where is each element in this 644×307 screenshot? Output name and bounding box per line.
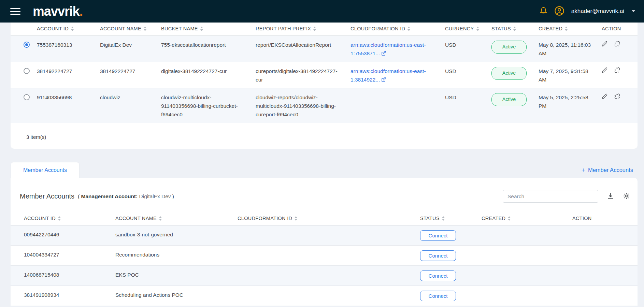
sort-icon (565, 27, 568, 31)
column-header-status[interactable]: STATUS (420, 212, 482, 225)
column-header-created[interactable]: CREATED (539, 23, 602, 36)
unlink-button[interactable] (614, 67, 620, 74)
tab-member-accounts[interactable]: Member Accounts (11, 162, 80, 178)
cell-cloudformation-id (238, 246, 420, 266)
status-badge: Active (491, 67, 527, 80)
unlink-icon (614, 69, 620, 74)
table-row: 009442270446 sandbox-3-not-governed Conn… (11, 225, 638, 246)
column-header-action: ACTION (572, 212, 638, 225)
column-header-cloudformation-id[interactable]: CLOUDFORMATION ID (350, 23, 445, 36)
sort-icon (508, 216, 511, 221)
external-link-icon (380, 50, 386, 56)
sort-icon (159, 216, 162, 221)
menu-icon[interactable] (10, 8, 20, 15)
unlink-button[interactable] (614, 41, 620, 48)
sort-icon (144, 27, 146, 31)
column-header-account-id[interactable]: ACCOUNT ID (11, 212, 115, 225)
user-email[interactable]: akhader@mavvrik.ai (571, 8, 624, 15)
cell-created: May 8, 2025, 11:16:03 AM (539, 36, 602, 62)
notifications-button[interactable] (540, 7, 547, 16)
table-header-row: ACCOUNT ID ACCOUNT NAME BUCKET NAME REPO… (11, 23, 638, 36)
gear-icon (623, 192, 630, 201)
bell-icon (540, 7, 547, 16)
unlink-icon (614, 95, 620, 100)
unlink-button[interactable] (614, 93, 620, 100)
cell-account-id: 911403356698 (37, 88, 100, 123)
chevron-down-icon[interactable] (632, 10, 635, 12)
sort-icon (58, 216, 61, 221)
external-link-icon (380, 77, 386, 83)
cell-bucket-name: cloudwiz-multicloudx-911403356698-billin… (161, 88, 256, 123)
column-header-created[interactable]: CREATED (482, 212, 572, 225)
cell-account-id: 009442270446 (11, 225, 115, 246)
cell-action (572, 225, 638, 246)
cell-account-name: Scheduling and Actions POC (115, 286, 238, 306)
top-navbar: mavvrik. akhader@mavvrik.ai (0, 0, 644, 23)
download-button[interactable] (607, 192, 614, 200)
row-select-radio[interactable] (24, 94, 30, 100)
edit-button[interactable] (602, 93, 607, 100)
cell-report-path-prefix: cureports/digitalex-381492224727-cur (256, 62, 350, 88)
column-header-account-name[interactable]: ACCOUNT NAME (100, 23, 161, 36)
pencil-icon (602, 43, 607, 48)
pencil-icon (602, 95, 607, 100)
cell-account-id: 140068715408 (11, 266, 115, 286)
cell-action (572, 246, 638, 266)
user-avatar-icon (554, 6, 564, 17)
row-select-radio[interactable] (24, 42, 30, 48)
column-header-bucket-name[interactable]: BUCKET NAME (161, 23, 256, 36)
column-header-currency[interactable]: CURRENCY (445, 23, 491, 36)
cell-cloudformation-id (238, 286, 420, 306)
payer-accounts-card: ACCOUNT ID ACCOUNT NAME BUCKET NAME REPO… (11, 23, 638, 149)
table-row: 140068715408 EKS POC Connect (11, 266, 638, 286)
cell-currency: USD (445, 88, 491, 123)
column-header-status[interactable]: STATUS (491, 23, 539, 36)
cell-cloudformation-id (238, 266, 420, 286)
column-header-account-name[interactable]: ACCOUNT NAME (115, 212, 238, 225)
status-badge: Active (491, 41, 527, 54)
column-header-cloudformation-id[interactable]: CLOUDFORMATION ID (238, 212, 420, 225)
cell-account-name: Recommendations (115, 246, 238, 266)
brand-logo: mavvrik. (33, 5, 83, 18)
connect-button[interactable]: Connect (420, 291, 456, 301)
cell-account-name: EKS POC (115, 266, 238, 286)
cell-action (572, 286, 638, 306)
add-member-accounts-link[interactable]: +Member Accounts (582, 167, 633, 173)
cell-account-id: 104004334727 (11, 246, 115, 266)
user-menu-button[interactable] (554, 6, 564, 17)
column-header-action: ACTION (602, 23, 638, 36)
member-accounts-table: ACCOUNT ID ACCOUNT NAME CLOUDFORMATION I… (11, 212, 638, 306)
cell-bucket-name: 755-ekscostallocationreport (161, 36, 256, 62)
cell-cloudformation-id (238, 225, 420, 246)
edit-button[interactable] (602, 41, 607, 48)
sort-icon (476, 27, 479, 31)
cloudformation-link[interactable]: arn:aws:cloudformation:us-east-1:3814922… (350, 68, 426, 83)
cloudformation-link[interactable]: arn:aws:cloudformation:us-east-1:7553871… (350, 42, 426, 56)
status-badge: Active (491, 93, 527, 106)
download-icon (607, 192, 614, 200)
cell-account-name: cloudwiz (100, 88, 161, 123)
connect-button[interactable]: Connect (420, 271, 456, 281)
unlink-icon (614, 43, 620, 48)
sort-icon (442, 216, 445, 221)
section-title: Member Accounts (20, 192, 74, 200)
sort-icon (407, 27, 410, 31)
search-input[interactable] (503, 190, 598, 203)
management-account-subtitle: ( Management Account: DigitalEx Dev ) (78, 193, 174, 200)
connect-button[interactable]: Connect (420, 230, 456, 241)
cell-account-id: 755387160313 (37, 36, 100, 62)
table-header-row: ACCOUNT ID ACCOUNT NAME CLOUDFORMATION I… (11, 212, 638, 225)
cell-action (572, 266, 638, 286)
row-select-radio[interactable] (24, 68, 30, 74)
settings-button[interactable] (623, 192, 630, 201)
cell-currency: USD (445, 36, 491, 62)
cell-account-id: 381492224727 (37, 62, 100, 88)
column-header-report-path-prefix[interactable]: REPORT PATH PREFIX (256, 23, 350, 36)
sort-icon (200, 27, 203, 31)
connect-button[interactable]: Connect (420, 250, 456, 261)
column-header-account-id[interactable]: ACCOUNT ID (37, 23, 100, 36)
edit-button[interactable] (602, 67, 607, 74)
cell-created (482, 225, 572, 246)
sort-icon (513, 27, 516, 31)
cell-created (482, 246, 572, 266)
